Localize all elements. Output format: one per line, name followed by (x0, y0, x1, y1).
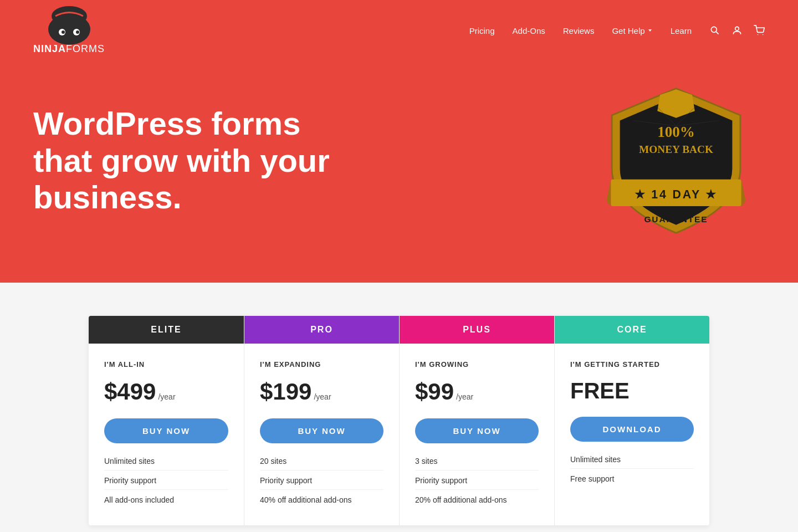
site-header: NINJAFORMS Pricing Add-Ons Reviews Get H… (0, 0, 798, 61)
core-download-button[interactable]: DOWNLOAD (570, 417, 694, 442)
svg-rect-2 (50, 27, 89, 37)
nav-reviews[interactable]: Reviews (563, 26, 595, 35)
svg-point-5 (62, 30, 65, 34)
plan-elite-body: I'M ALL-IN $499 /year BUY NOW Unlimited … (89, 344, 244, 525)
plan-core-body: I'M GETTING STARTED FREE DOWNLOAD Unlimi… (555, 344, 709, 525)
list-item: 20 sites (260, 457, 383, 470)
plan-plus-body: I'M GROWING $99 /year BUY NOW 3 sites Pr… (400, 344, 554, 525)
nav-icons (709, 25, 765, 36)
nav-learn[interactable]: Learn (671, 26, 692, 35)
plan-pro: PRO I'M EXPANDING $199 /year BUY NOW 20 … (244, 316, 399, 525)
plan-plus-tagline: I'M GROWING (415, 360, 539, 369)
plan-elite-header: ELITE (89, 316, 244, 344)
nav-pricing[interactable]: Pricing (469, 26, 495, 35)
plan-core: CORE I'M GETTING STARTED FREE DOWNLOAD U… (554, 316, 709, 525)
svg-point-6 (76, 30, 79, 34)
nav-addons[interactable]: Add-Ons (513, 26, 545, 35)
nav-gethelp[interactable]: Get Help (612, 26, 652, 35)
svg-line-9 (716, 32, 719, 34)
plus-features-list: 3 sites Priority support 20% off additio… (415, 457, 539, 509)
pro-buy-button[interactable]: BUY NOW (260, 418, 383, 443)
list-item: Priority support (415, 476, 539, 490)
plan-plus-header: PLUS (400, 316, 554, 344)
hero-headline: WordPress forms that grow with your busi… (33, 105, 344, 216)
badge-shield-svg: ★ 14 DAY ★ 100% MONEY BACK GUARANTEE (587, 83, 765, 238)
list-item: Priority support (260, 476, 383, 490)
plan-elite-tagline: I'M ALL-IN (104, 360, 228, 369)
svg-point-10 (735, 27, 739, 30)
cart-icon[interactable] (754, 25, 765, 36)
plan-pro-header: PRO (244, 316, 399, 344)
list-item: 3 sites (415, 457, 539, 470)
list-item: Priority support (104, 476, 228, 490)
plan-elite-price: $499 /year (104, 378, 228, 405)
money-back-badge: ★ 14 DAY ★ 100% MONEY BACK GUARANTEE (587, 83, 765, 238)
hero-text: WordPress forms that grow with your busi… (33, 105, 344, 216)
pricing-section: ELITE I'M ALL-IN $499 /year BUY NOW Unli… (0, 283, 798, 532)
pro-features-list: 20 sites Priority support 40% off additi… (260, 457, 383, 509)
logo-area[interactable]: NINJAFORMS (33, 6, 105, 55)
svg-text:GUARANTEE: GUARANTEE (644, 214, 708, 224)
list-item: Unlimited sites (570, 455, 694, 469)
svg-point-12 (763, 34, 764, 35)
svg-point-11 (758, 34, 759, 35)
plus-buy-button[interactable]: BUY NOW (415, 418, 539, 443)
plan-plus: PLUS I'M GROWING $99 /year BUY NOW 3 sit… (399, 316, 554, 525)
elite-features-list: Unlimited sites Priority support All add… (104, 457, 228, 509)
list-item: 40% off additional add-ons (260, 495, 383, 509)
plan-plus-price: $99 /year (415, 378, 539, 405)
core-features-list: Unlimited sites Free support (570, 455, 694, 488)
plan-core-price: FREE (570, 378, 694, 403)
main-nav: Pricing Add-Ons Reviews Get Help Learn (469, 25, 765, 36)
ninja-logo-icon (33, 6, 105, 48)
plan-core-tagline: I'M GETTING STARTED (570, 360, 694, 369)
svg-text:MONEY BACK: MONEY BACK (639, 144, 713, 155)
plans-grid: ELITE I'M ALL-IN $499 /year BUY NOW Unli… (89, 316, 709, 525)
search-icon[interactable] (709, 25, 720, 36)
plan-pro-tagline: I'M EXPANDING (260, 360, 383, 369)
svg-point-8 (711, 27, 717, 32)
plan-pro-price: $199 /year (260, 378, 383, 405)
list-item: Unlimited sites (104, 457, 228, 470)
svg-text:★ 14 DAY ★: ★ 14 DAY ★ (635, 188, 718, 201)
plan-pro-body: I'M EXPANDING $199 /year BUY NOW 20 site… (244, 344, 399, 525)
list-item: 20% off additional add-ons (415, 495, 539, 509)
elite-buy-button[interactable]: BUY NOW (104, 418, 228, 443)
account-icon[interactable] (732, 25, 743, 36)
list-item: Free support (570, 474, 694, 488)
plan-core-header: CORE (555, 316, 709, 344)
hero-section: WordPress forms that grow with your busi… (0, 61, 798, 283)
logo-text: NINJAFORMS (33, 43, 105, 55)
plan-elite: ELITE I'M ALL-IN $499 /year BUY NOW Unli… (89, 316, 244, 525)
list-item: All add-ons included (104, 495, 228, 509)
